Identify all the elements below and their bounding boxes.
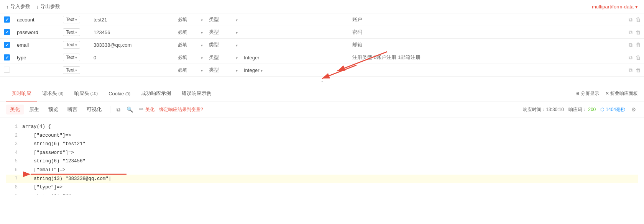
checkbox[interactable]	[4, 29, 10, 35]
status-badge: 200	[588, 107, 596, 112]
chevron-down-icon2[interactable]: ▾	[236, 56, 238, 60]
required-arrow-cell: ▾	[198, 13, 206, 26]
chevron-down-icon2[interactable]: ▾	[236, 69, 238, 73]
actions-cell: ⧉ 🗑	[621, 39, 644, 51]
type-label-cell: 类型	[206, 51, 233, 64]
table-row: password Text ▾ 123456 必填 ▾ 类型 ▾ 密码 ⧉	[0, 26, 644, 39]
tab-错误响应示例[interactable]: 错误响应示例	[176, 86, 217, 101]
tab-成功响应示例[interactable]: 成功响应示例	[136, 86, 176, 101]
type-arrow-cell: ▾	[233, 64, 241, 77]
param-value-cell[interactable]: 383338@qq.com	[90, 39, 175, 51]
resp-tab-原生[interactable]: 原生	[25, 105, 43, 114]
param-type-cell: Text ▾	[60, 26, 90, 39]
tabs-right: ⊞ 分屏显示 ✕ 折叠响应面板	[575, 90, 638, 97]
export-label: 导出参数	[40, 3, 60, 10]
param-value-cell[interactable]	[90, 64, 175, 77]
delete-row-icon[interactable]: 🗑	[636, 42, 641, 48]
type-dropdown[interactable]: Text ▾	[63, 41, 80, 49]
tab-Cookie[interactable]: Cookie (0)	[103, 87, 136, 101]
code-line-7: 7 string(13) "383338@qq.com"|	[6, 175, 638, 183]
bind-variable-link[interactable]: 绑定响应结果到变量?	[159, 106, 203, 113]
type-label-cell: 类型	[206, 26, 233, 39]
type-dropdown[interactable]: Text ▾	[63, 28, 80, 36]
type-label-cell: 类型	[206, 39, 233, 51]
export-params-button[interactable]: ↓ 导出参数	[36, 3, 61, 10]
multipart-label: multipart/form-data	[592, 4, 634, 10]
code-lines: 1array(4) {2 ["account"]=>3 string(6) "t…	[6, 123, 638, 195]
type2-cell	[241, 39, 349, 51]
table-row: email Text ▾ 383338@qq.com 必填 ▾ 类型 ▾ 邮箱	[0, 39, 644, 51]
type2-cell: Integer	[241, 51, 349, 64]
line-number: 2	[6, 132, 18, 140]
chevron-down-icon[interactable]: ▾	[201, 18, 203, 22]
actions-cell: ⧉ 🗑	[621, 64, 644, 77]
chevron-down-icon: ▾	[75, 30, 77, 34]
checkbox[interactable]	[4, 42, 10, 48]
delete-row-icon[interactable]: 🗑	[636, 67, 641, 74]
param-name: email	[14, 39, 60, 51]
chevron-down-icon2[interactable]: ▾	[236, 43, 238, 47]
multipart-dropdown[interactable]: multipart/form-data ▾	[592, 4, 638, 10]
actions-cell: ⧉ 🗑	[621, 26, 644, 39]
copy-row-icon[interactable]: ⧉	[629, 54, 632, 61]
copy-row-icon[interactable]: ⧉	[629, 42, 632, 48]
tab-请求头[interactable]: 请求头 (8)	[37, 86, 69, 101]
checkbox-empty[interactable]	[4, 67, 10, 73]
chevron-down-icon3[interactable]: ▾	[261, 69, 263, 73]
type-dropdown[interactable]: Text ▾	[63, 54, 80, 61]
type-dropdown[interactable]: Text ▾	[63, 16, 80, 23]
type-arrow-cell: ▾	[233, 39, 241, 51]
beautify-button[interactable]: ✏ 美化	[138, 105, 156, 114]
code-line-5: 5 string(6) "123456"	[6, 157, 638, 166]
checkbox-cell	[0, 64, 14, 77]
resp-tab-beautify[interactable]: 美化	[6, 105, 24, 114]
chevron-down-icon[interactable]: ▾	[201, 31, 203, 35]
down-arrow-icon: ↓	[36, 4, 39, 10]
chevron-down-icon: ▾	[75, 68, 77, 72]
divider	[110, 106, 110, 113]
search-button[interactable]: 🔍	[125, 105, 135, 114]
chevron-down-icon2[interactable]: ▾	[236, 31, 238, 35]
copy-row-icon[interactable]: ⧉	[629, 29, 632, 36]
collapse-panel-button[interactable]: ✕ 折叠响应面板	[605, 90, 638, 97]
tab-badge: (8)	[57, 91, 64, 96]
line-number: 7	[6, 175, 18, 183]
type-dropdown[interactable]: Text ▾	[63, 66, 80, 74]
code-block: 1array(4) {2 ["account"]=>3 string(6) "t…	[0, 118, 644, 195]
chevron-down-icon[interactable]: ▾	[201, 56, 203, 60]
copy-button[interactable]: ⧉	[115, 105, 122, 114]
chevron-down-icon[interactable]: ▾	[201, 43, 203, 47]
delete-row-icon[interactable]: 🗑	[636, 16, 641, 23]
type-arrow-cell: ▾	[233, 13, 241, 26]
checkbox[interactable]	[4, 16, 10, 23]
size-info: ⬡ 1404毫秒	[600, 106, 625, 113]
checkbox-cell	[0, 39, 14, 51]
resp-tab-断言[interactable]: 断言	[64, 105, 81, 114]
required-cell: 必填	[175, 26, 198, 39]
checkbox[interactable]	[4, 54, 10, 60]
copy-row-icon[interactable]: ⧉	[629, 67, 632, 74]
param-value-cell[interactable]: test21	[90, 13, 175, 26]
tab-响应头[interactable]: 响应头 (10)	[69, 86, 104, 101]
param-name: account	[14, 13, 60, 26]
resp-tab-预览[interactable]: 预览	[44, 105, 62, 114]
split-screen-button[interactable]: ⊞ 分屏显示	[575, 90, 599, 97]
collapse-label: 折叠响应面板	[610, 91, 638, 96]
settings-icon[interactable]: ⚙	[630, 105, 638, 114]
resp-tab-可视化[interactable]: 可视化	[83, 105, 105, 114]
param-value-cell[interactable]: 123456	[90, 26, 175, 39]
delete-row-icon[interactable]: 🗑	[636, 54, 641, 61]
tab-实时响应[interactable]: 实时响应	[6, 86, 37, 101]
delete-row-icon[interactable]: 🗑	[636, 29, 641, 36]
actions-cell: ⧉ 🗑	[621, 13, 644, 26]
param-value-cell[interactable]: 0	[90, 51, 175, 64]
chevron-down-icon2[interactable]: ▾	[236, 18, 238, 22]
import-params-button[interactable]: ↑ 导入参数	[6, 3, 30, 10]
copy-row-icon[interactable]: ⧉	[629, 16, 632, 23]
params-section: account Text ▾ test21 必填 ▾ 类型 ▾ 账户 ⧉	[0, 13, 644, 85]
chevron-down-icon[interactable]: ▾	[201, 69, 203, 73]
tab-label: 请求头	[42, 90, 57, 96]
response-toolbar: 美化原生预览断言可视化 ⧉ 🔍 ✏ 美化 绑定响应结果到变量? 响应时间：13:…	[0, 101, 644, 118]
beautify-label: 美化	[145, 107, 154, 112]
checkbox-cell	[0, 26, 14, 39]
